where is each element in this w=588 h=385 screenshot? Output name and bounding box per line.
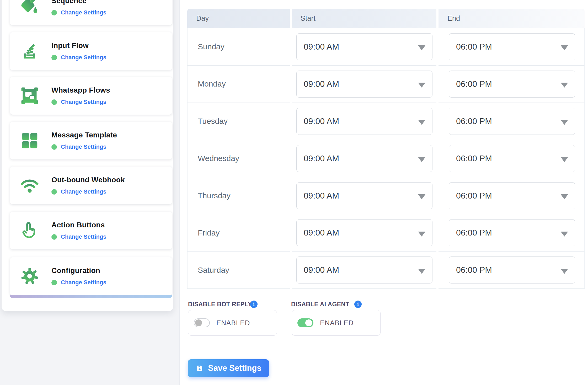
disable-bot-reply-toggle-box: ENABLED [188,310,277,336]
sidebar-item-title: Message Template [51,131,117,139]
chevron-down-icon [418,83,425,88]
end-time-value: 06:00 PM [456,79,492,89]
day-label: Wednesday [187,140,290,177]
day-label: Thursday [187,177,290,215]
start-time-select[interactable]: 09:00 AM [296,219,432,246]
chevron-down-icon [418,269,425,274]
table-row: Thursday 09:00 AM 06:00 PM [187,177,585,215]
day-label: Saturday [187,252,290,289]
start-time-value: 09:00 AM [304,265,339,275]
chevron-down-icon [418,120,425,125]
start-time-select[interactable]: 09:00 AM [296,256,432,284]
chevron-down-icon [418,45,425,50]
header-gap [290,9,292,28]
start-time-select[interactable]: 09:00 AM [296,145,432,172]
status-dot [51,189,57,195]
sidebar-item-sequence[interactable]: Sequence Change Settings [10,0,172,25]
start-time-value: 09:00 AM [304,42,339,52]
change-settings-link[interactable]: Change Settings [61,143,106,150]
chevron-down-icon [561,269,568,274]
info-icon[interactable]: i [250,301,258,308]
chevron-down-icon [418,157,425,162]
change-settings-link[interactable]: Change Settings [61,188,106,195]
end-time-select[interactable]: 06:00 PM [449,145,575,172]
end-time-select[interactable]: 06:00 PM [449,256,575,284]
start-time-select[interactable]: 09:00 AM [296,108,432,135]
end-time-select[interactable]: 06:00 PM [449,219,575,246]
page-root: Sequence Change Settings [0,0,588,385]
end-time-value: 06:00 PM [456,191,492,201]
info-icon[interactable]: i [354,301,362,308]
start-time-select[interactable]: 09:00 AM [296,33,432,60]
sidebar-item-title: Action Buttons [51,221,106,229]
table-row: Wednesday 09:00 AM 06:00 PM [187,140,585,177]
sidebar-item-title: Input Flow [51,41,106,50]
working-hours-table: Day Start End Sunday 09:00 AM 06:00 PM M… [187,9,585,289]
change-settings-link[interactable]: Change Settings [61,54,106,61]
start-time-value: 09:00 AM [304,79,339,89]
disable-ai-agent-label: DISABLE AI AGENT [291,301,349,308]
save-icon [195,364,204,372]
bot-reply-toggle[interactable] [194,318,210,327]
status-dot [51,144,57,150]
end-time-select[interactable]: 06:00 PM [449,108,575,135]
change-settings-link[interactable]: Change Settings [61,233,106,240]
sidebar-item-whatsapp-flows[interactable]: Whatsapp Flows Change Settings [10,77,172,115]
table-row: Sunday 09:00 AM 06:00 PM [187,28,585,66]
table-header-row: Day Start End [187,9,585,28]
end-time-value: 06:00 PM [456,42,492,52]
end-time-select[interactable]: 06:00 PM [449,182,575,209]
sidebar-item-title: Whatsapp Flows [51,86,110,94]
header-gap [436,9,439,28]
day-label: Tuesday [187,103,290,140]
end-time-select[interactable]: 06:00 PM [449,71,575,98]
sidebar-item-title: Out-bound Webhook [51,176,125,184]
day-label: Monday [187,66,290,103]
sidebar-item-action-buttons[interactable]: Action Buttons Change Settings [10,212,172,249]
end-time-value: 06:00 PM [456,265,492,275]
active-card-gradient-bar [10,295,172,298]
save-settings-button[interactable]: Save Settings [188,359,269,377]
day-label: Friday [187,214,290,252]
sidebar-item-configuration[interactable]: Configuration Change Settings [10,257,172,295]
change-settings-link[interactable]: Change Settings [61,99,106,105]
change-settings-link[interactable]: Change Settings [61,9,106,16]
chevron-down-icon [561,157,568,162]
status-dot [51,10,57,15]
chevron-down-icon [561,120,568,125]
chevron-down-icon [418,194,425,199]
sidebar-item-input-flow[interactable]: Input Flow Change Settings [10,32,172,70]
wifi-icon [20,176,39,195]
start-time-value: 09:00 AM [304,228,339,238]
gear-icon [20,266,39,286]
status-dot [51,234,57,240]
table-row: Saturday 09:00 AM 06:00 PM [187,252,585,289]
start-time-select[interactable]: 09:00 AM [296,182,432,209]
chevron-down-icon [418,232,425,237]
ai-agent-toggle[interactable] [297,318,313,327]
hand-point-up-icon [20,221,39,240]
chevron-down-icon [561,45,568,50]
status-dot [51,280,57,285]
status-dot [51,55,57,60]
chevron-down-icon [561,232,568,237]
change-settings-link[interactable]: Change Settings [61,279,106,286]
grid-icon [20,131,39,150]
toggle-knob [305,319,312,326]
start-time-value: 09:00 AM [304,191,339,201]
sidebar-item-outbound-webhook[interactable]: Out-bound Webhook Change Settings [10,167,172,204]
table-row: Friday 09:00 AM 06:00 PM [187,214,585,252]
column-header-day: Day [187,9,290,28]
bot-reply-state-label: ENABLED [216,319,250,327]
object-group-icon [20,86,39,105]
start-time-select[interactable]: 09:00 AM [296,71,432,98]
sidebar-item-title: Sequence [51,0,106,5]
sidebar-item-message-template[interactable]: Message Template Change Settings [10,122,172,159]
end-time-value: 06:00 PM [456,228,492,238]
ai-agent-state-label: ENABLED [320,319,354,327]
end-time-select[interactable]: 06:00 PM [449,33,575,60]
disable-ai-agent-toggle-box: ENABLED [292,310,381,336]
stack-icon [20,41,39,61]
working-hours-panel: Day Start End Sunday 09:00 AM 06:00 PM M… [179,0,588,385]
table-row: Tuesday 09:00 AM 06:00 PM [187,103,585,140]
